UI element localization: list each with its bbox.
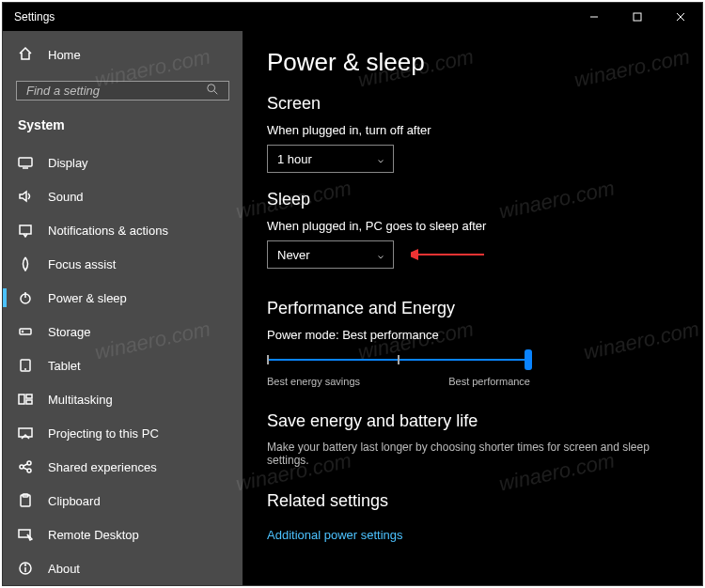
- svg-point-4: [208, 85, 215, 92]
- sidebar-item-label: Multitasking: [48, 393, 113, 407]
- sidebar-item-remote-desktop[interactable]: Remote Desktop: [3, 518, 243, 551]
- shared-icon: [18, 459, 33, 474]
- sidebar-item-projecting[interactable]: Projecting to this PC: [3, 416, 243, 450]
- sound-icon: [18, 189, 33, 204]
- settings-window: Settings Home: [2, 2, 703, 586]
- minimize-button[interactable]: [572, 3, 616, 31]
- slider-left-label: Best energy savings: [267, 376, 360, 387]
- category-heading: System: [3, 110, 243, 146]
- sidebar-item-multitasking[interactable]: Multitasking: [3, 382, 243, 416]
- sidebar-item-label: Projecting to this PC: [48, 426, 159, 441]
- save-energy-heading: Save energy and battery life: [267, 411, 678, 431]
- svg-line-5: [214, 91, 218, 95]
- screen-heading: Screen: [267, 94, 678, 114]
- power-mode-label: Power mode: Best performance: [267, 328, 678, 342]
- related-heading: Related settings: [267, 491, 678, 511]
- sidebar-item-clipboard[interactable]: Clipboard: [3, 484, 243, 518]
- sleep-timeout-label: When plugged in, PC goes to sleep after: [267, 219, 678, 233]
- main-content: Power & sleep Screen When plugged in, tu…: [243, 31, 702, 585]
- remote-desktop-icon: [18, 527, 33, 542]
- search-icon: [206, 83, 219, 99]
- sidebar-item-label: Display: [48, 156, 88, 170]
- close-button[interactable]: [659, 3, 702, 31]
- sidebar: Home System Display Sound Notifications …: [3, 31, 243, 585]
- titlebar: Settings: [3, 3, 702, 31]
- sidebar-item-sound[interactable]: Sound: [3, 179, 243, 213]
- sleep-timeout-dropdown[interactable]: Never ⌵: [267, 240, 394, 269]
- sidebar-item-label: Remote Desktop: [48, 528, 139, 542]
- content: Home System Display Sound Notifications …: [3, 31, 702, 585]
- home-label: Home: [48, 48, 81, 62]
- svg-line-22: [24, 464, 27, 466]
- power-mode-slider[interactable]: [267, 349, 530, 372]
- sidebar-item-power-sleep[interactable]: Power & sleep: [3, 281, 243, 315]
- sidebar-item-label: Shared experiences: [48, 460, 157, 474]
- chevron-down-icon: ⌵: [378, 250, 384, 260]
- svg-rect-16: [26, 395, 32, 398]
- screen-timeout-label: When plugged in, turn off after: [267, 123, 678, 137]
- svg-rect-6: [19, 158, 32, 166]
- svg-point-21: [27, 469, 31, 472]
- sidebar-item-label: Storage: [48, 325, 91, 339]
- svg-rect-17: [26, 400, 32, 404]
- storage-icon: [18, 324, 33, 339]
- search-input[interactable]: [26, 84, 206, 98]
- display-icon: [18, 155, 33, 170]
- perf-heading: Performance and Energy: [267, 299, 678, 318]
- sidebar-item-label: Power & sleep: [48, 291, 127, 305]
- svg-rect-1: [634, 13, 641, 21]
- sidebar-item-label: Notifications & actions: [48, 224, 168, 238]
- svg-line-23: [24, 468, 27, 470]
- slider-thumb[interactable]: [525, 349, 532, 370]
- svg-point-20: [27, 461, 31, 465]
- home-button[interactable]: Home: [3, 37, 243, 73]
- svg-point-19: [20, 465, 24, 469]
- sidebar-item-shared-experiences[interactable]: Shared experiences: [3, 450, 243, 484]
- svg-rect-8: [20, 225, 31, 234]
- focus-assist-icon: [18, 256, 33, 271]
- sidebar-item-about[interactable]: About: [3, 551, 243, 585]
- slider-tick: [267, 355, 269, 364]
- maximize-button[interactable]: [616, 3, 659, 31]
- home-icon: [18, 46, 33, 64]
- save-energy-desc: Make your battery last longer by choosin…: [267, 441, 678, 467]
- power-icon: [18, 290, 33, 305]
- sidebar-item-label: Clipboard: [48, 494, 101, 508]
- about-icon: [18, 561, 33, 576]
- additional-power-settings-link[interactable]: Additional power settings: [267, 528, 403, 542]
- slider-right-label: Best performance: [448, 376, 530, 387]
- sidebar-item-notifications[interactable]: Notifications & actions: [3, 213, 243, 247]
- svg-rect-15: [19, 395, 24, 404]
- screen-timeout-dropdown[interactable]: 1 hour ⌵: [267, 145, 394, 173]
- multitasking-icon: [18, 392, 33, 407]
- annotation-arrow: [411, 247, 486, 262]
- chevron-down-icon: ⌵: [378, 154, 384, 164]
- svg-point-12: [23, 332, 24, 333]
- svg-point-29: [25, 565, 26, 565]
- tablet-icon: [18, 358, 33, 373]
- sidebar-item-focus-assist[interactable]: Focus assist: [3, 247, 243, 281]
- sidebar-item-label: Focus assist: [48, 257, 116, 271]
- notifications-icon: [18, 223, 33, 238]
- sidebar-item-label: About: [48, 562, 80, 576]
- sidebar-item-display[interactable]: Display: [3, 146, 243, 179]
- slider-labels: Best energy savings Best performance: [267, 376, 530, 387]
- sleep-timeout-value: Never: [277, 248, 310, 262]
- sleep-heading: Sleep: [267, 190, 678, 209]
- sidebar-item-label: Sound: [48, 190, 84, 204]
- sidebar-item-tablet[interactable]: Tablet: [3, 348, 243, 382]
- window-controls: [572, 3, 702, 31]
- search-box[interactable]: [16, 81, 229, 101]
- page-title: Power & sleep: [267, 48, 678, 77]
- window-title: Settings: [14, 10, 55, 23]
- projecting-icon: [18, 426, 33, 441]
- sidebar-item-label: Tablet: [48, 359, 81, 373]
- screen-timeout-value: 1 hour: [277, 152, 312, 166]
- slider-tick: [398, 355, 400, 364]
- clipboard-icon: [18, 493, 33, 508]
- sidebar-item-storage[interactable]: Storage: [3, 315, 243, 348]
